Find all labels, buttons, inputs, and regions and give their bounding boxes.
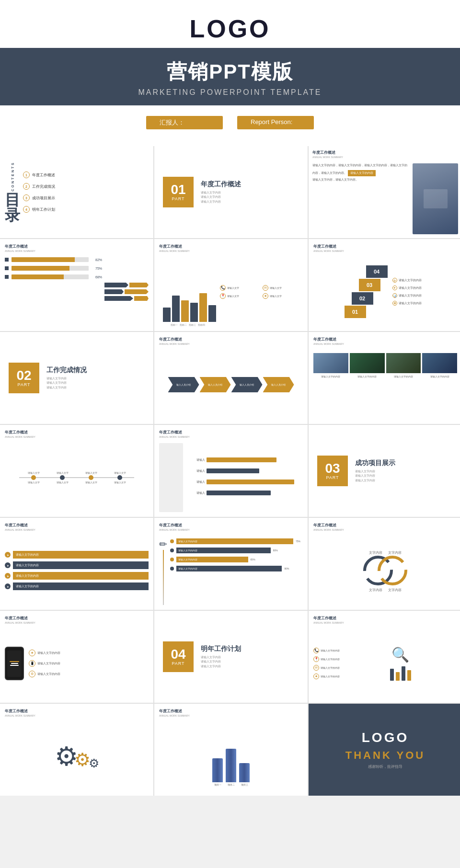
ptl-item2: 请输入文字的内容 80% [170,548,303,553]
gear-row: ⚙ ⚙ ⚙ [55,743,99,770]
part02-title: 工作完成情况 [46,366,145,375]
sn-box-01: 01 [345,306,366,318]
part02-desc: 请输入文字内容请输入文字内容请输入文字内容 [46,377,145,390]
content-item-4: 4 明年工作计划 [23,206,149,213]
ci-label-2: 工作完成情况 [32,184,55,189]
slide04-arr1 [104,283,149,287]
slide14-pencil: ✏ [159,536,167,605]
bar3d-item3: 项目三 [239,763,250,786]
pfill1 [12,257,75,262]
anb2 [396,672,400,681]
slide11-img [159,443,183,512]
arr-block4: 输入人员介绍 [263,377,294,392]
slide-imgGrid: 年度工作概述 ANNUAL WORK SUMMARY 请输入文字的内容 请输入文… [309,332,460,424]
ci-num-3: 3 [23,194,30,201]
phone-icon: 📞 [220,285,226,291]
sn-box-04: 04 [366,265,388,278]
slide-image: 年度工作概述 ANNUAL WORK SUMMARY 请输入文字的内容，请输入文… [309,146,460,238]
an-bars [390,666,411,681]
icon-grid: 📞 请输入文字 ✉ 请输入文字 📍 请输入文字 ★ 请输入文字 [220,285,303,299]
bar3d-2 [226,749,236,782]
part03-title: 成功项目展示 [355,459,453,468]
hbar-fill3 [207,480,294,484]
img-cell1 [313,353,348,373]
ptl-item3: 请输入文字的内容 65% [170,557,303,562]
arr1-shape2 [129,283,149,287]
slide-numlist: 年度工作概述 ANNUAL WORK SUMMARY 04 03 02 01 ⚙… [309,239,460,331]
alist-row3: ➤ 请输入文字的内容 [5,572,149,580]
slide04-arr2 [104,289,149,294]
ptl-dot1 [170,539,174,543]
bar5 [199,293,207,322]
slide-analytics: 年度工作概述 ANNUAL WORK SUMMARY 📞 请输入文字的内容 📍 … [309,611,460,703]
ptl-bar2: 请输入文字的内容 [176,548,271,553]
ptl-bar4: 请输入文字的内容 [176,566,282,571]
arr-block1: 输入人员介绍 [168,377,199,392]
pfill3 [12,274,64,279]
bar3d-3 [239,763,250,782]
cover-banner: 营销PPT模版 MARKETING POWERPOINT TEMPLATE [0,48,460,105]
svg-text:文字内容: 文字内容 [388,588,402,592]
slide05-right: 📞 请输入文字 ✉ 请输入文字 📍 请输入文字 ★ 请输入文字 [220,257,303,326]
anb1 [390,669,394,681]
arr-block2: 输入人员介绍 [200,377,231,392]
slide-phone: 年度工作概述 ANNUAL WORK SUMMARY ★ 请输入文字的内容 📱 … [0,611,153,703]
icon-item2: ✉ 请输入文字 [263,285,303,291]
slide-part04: 04 PART 明年工作计划 请输入文字内容请输入文字内容请输入文字内容 [154,611,308,703]
cover-slide: LOGO 营销PPT模版 MARKETING POWERPOINT TEMPLA… [0,0,460,146]
thankyou-sub: 感谢聆听，批评指导 [368,764,402,769]
part01-num: 01 [171,183,185,196]
part02-content: 工作完成情况 请输入文字内容请输入文字内容请输入文字内容 [46,366,145,390]
pencil-line [163,550,164,605]
img-cell4 [422,353,457,373]
ci-label-3: 成功项目展示 [32,195,55,201]
slide03-tag: 请输入文字的内容 [348,170,376,177]
arr-block3: 输入人员介绍 [231,377,263,392]
pencil-icon: ✏ [159,538,167,550]
magnify-icon: 🔍 [391,646,409,663]
contents-items: 1 年度工作概述 2 工作完成情况 3 成功项目展示 4 明年工作计划 [23,171,149,213]
ph-icon3: ⚙ [29,671,35,677]
img-cell3 [386,353,421,373]
pbg3 [12,274,89,279]
slide03-body: 请输入文字的内容，请输入文字的内容，请输入文字的内容，请输入文字的内容，请输入文… [312,163,458,234]
slide06-body: 04 03 02 01 ⚙ 请输入文字的内容 ♥ 请输入文字的内容 📊 请输入文… [313,257,457,326]
al-icon2: ➤ [5,562,11,568]
hbar-fill2 [207,468,259,473]
part02-label: PART [17,382,30,387]
hbar3: 请输入 [186,480,303,484]
slide-circular: 年度工作概述 ANNUAL WORK SUMMARY 文字内容 文字内容 文字内… [309,518,460,610]
star-icon: ★ [263,293,268,299]
part04-box: 04 PART [163,641,194,672]
pfill2 [12,266,69,271]
alist-row2: ➤ 请输入文字的内容 [5,561,149,569]
thankyou-logo: LOGO [362,730,409,745]
ptl-dot4 [170,567,174,571]
slide-progress: 年度工作概述 ANNUAL WORK SUMMARY 82% 75% 6 [0,239,153,331]
slide-barchart: 年度工作概述 ANNUAL WORK SUMMARY 指标一 指标二 指标三 指… [154,239,308,331]
svg-text:文字内容: 文字内容 [369,551,382,554]
slide-arrowlist: 年度工作概述 ANNUAL WORK SUMMARY ➤ 请输入文字的内容 ➤ … [0,518,153,610]
fish-node3: 请输入文字 请输入文字 [85,471,97,484]
img-cell2 [350,353,385,373]
slide04-arrows [104,257,149,326]
sn-box-02: 02 [352,292,373,305]
slide14-body: ✏ 请输入文字的内容 75% 请输入文字的内容 80% 请输入文字的内容 65 [159,536,303,605]
gear-small: ⚙ [89,757,99,769]
cover-logo: LOGO [189,14,270,43]
ci-screen: 🖥 [392,301,397,306]
hbar1: 请输入 [186,457,303,462]
pbg2 [12,266,89,271]
ps-bar3 [10,665,19,666]
fish-dot4 [117,475,122,480]
svg-text:文字内容: 文字内容 [369,588,382,592]
slide05-chart: 指标一 指标二 指标三 指标四 [159,257,216,326]
part01-title: 年度工作概述 [201,180,299,189]
part03-desc: 请输入文字内容请输入文字内容请输入文字内容 [355,469,453,483]
reporter-box-en: Report Person: [237,116,314,129]
slide09-imgGrid [313,353,457,373]
slide03-subtitle: ANNUAL WORK SUMMARY [312,156,458,159]
al-bar3: 请输入文字的内容 [13,572,149,580]
part04-desc: 请输入文字内容请输入文字内容请输入文字内容 [201,655,299,669]
part03-label: PART [326,475,339,480]
